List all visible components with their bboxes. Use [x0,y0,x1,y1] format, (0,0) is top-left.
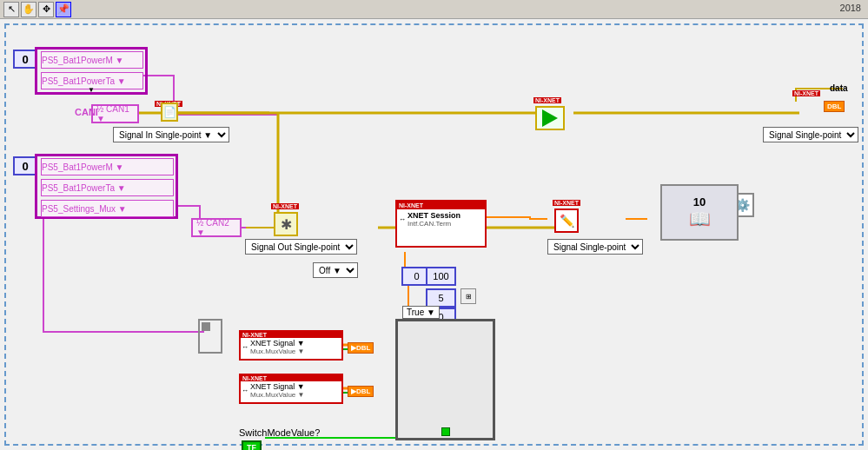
book-display-icon: 📖 [689,208,711,229]
signal-single-point-2[interactable]: Signal Single-point [763,127,858,142]
switch-mode-label: SwitchModeValue? [239,427,320,438]
signal-single-point-select-1[interactable]: Signal Single-point [547,239,643,255]
cani-label: CANI [75,107,98,117]
signal-out-dropdown[interactable]: Signal Out Single-point [245,239,357,255]
dbl-badge-top: DBL [824,101,845,112]
number-display-block: 10 📖 [660,184,739,241]
xnet-signal-content-1: ↔ XNET Signal ▼ Mux.MuxValue ▼ [241,338,341,356]
can2-block[interactable]: ½ CAN2 ▼ [191,218,242,237]
xnet-session-sublabel: Intf.CAN.Term [407,220,461,228]
ni-xnet-badge-4: NI-XNET [553,200,580,206]
top-cluster-item2[interactable]: PS5_Bat1PowerTa ▼ [42,76,126,86]
xnet-signal-header-2: NI-XNET [241,375,341,381]
dbl-badge-2: ▶DBL [348,386,374,397]
bracket-inner [202,322,210,331]
hundred-value: 100 [433,271,448,281]
can1-label: ½ CAN1 ▼ [96,104,134,123]
xnet-session-title: XNET Session [407,211,461,220]
top-zero-input[interactable]: 0 [13,50,37,69]
toolbar: ↖ ✋ ✥ 📌 2018 [0,0,868,19]
middle-cluster-item2[interactable]: PS5_Bat1PowerTa ▼ [42,183,126,193]
off-dropdown[interactable]: Off ▼ [313,262,358,278]
case-true-selector[interactable]: True ▼ [402,306,440,319]
ni-xnet-badge-2: NI-XNET [271,203,299,209]
xnet-session-content: ↔ XNET Session Intf.CAN.Term [397,209,485,229]
xnet-signal-title-2: XNET Signal ▼ [250,382,305,391]
xnet-signal-title-1: XNET Signal ▼ [250,339,305,347]
case-structure: True ▼ [395,319,495,440]
hundred-input[interactable]: 100 [426,267,456,286]
array-bracket-left [198,319,222,354]
signal-out-select[interactable]: Signal Out Single-point [245,239,357,255]
can2-label: ½ CAN2 ▼ [196,218,236,237]
ten-display: 10 [693,195,706,208]
middle-cluster-item1[interactable]: PS5_Bat1PowerM ▼ [42,162,123,172]
xnet-signal-header-1: NI-XNET [241,332,341,338]
play-button[interactable] [535,106,565,130]
xnet-signal-content-2: ↔ XNET Signal ▼ Mux.MuxValue ▼ [241,381,341,400]
signal-single-point-select-2[interactable]: Signal Single-point [763,127,858,142]
switch-mode-value[interactable]: TF [242,440,262,450]
year-label: 2018 [840,3,861,13]
middle-cluster: PS5_Bat1PowerM ▼ PS5_Bat1PowerTa ▼ PS5_S… [35,154,178,219]
xnet-signal-block-2: NI-XNET ↔ XNET Signal ▼ Mux.MuxValue ▼ [239,374,343,404]
middle-zero-input[interactable]: 0 [13,156,37,175]
can1-block[interactable]: ½ CAN1 ▼ [91,104,139,123]
signal-single-point-1[interactable]: Signal Single-point [547,239,643,255]
cluster-icon-small: ⊞ [461,288,476,304]
signal-in-dropdown[interactable]: Signal In Single-point ▼ [113,127,229,142]
case-green-terminal [441,427,450,436]
pin-icon[interactable]: 📌 [56,2,71,17]
ni-xnet-badge-3: NI-XNET [533,97,561,103]
zero-value: 0 [414,271,419,281]
xnet-session-header: NI-XNET [397,202,485,209]
hand-icon[interactable]: ✋ [21,2,36,17]
five-value: 5 [438,293,443,303]
top-cluster: PS5_Bat1PowerM ▼ PS5_Bat1PowerTa ▼ ▼ [35,47,148,95]
five-input[interactable]: 5 [426,288,456,308]
write-icon-block: ✱ [274,212,298,236]
xnet-signal-sub-2: Mux.MuxValue ▼ [250,391,305,399]
dbl-badge-1: ▶DBL [348,342,374,354]
top-cluster-item1[interactable]: PS5_Bat1PowerM ▼ [42,56,123,65]
move-icon[interactable]: ✥ [38,2,54,17]
pen-icon-block: ✏️ [554,208,579,233]
xnet-signal-sub-1: Mux.MuxValue ▼ [250,347,305,355]
pen-icon: ✏️ [560,214,574,228]
data-label: data [830,83,848,93]
off-select[interactable]: Off ▼ [313,262,358,278]
diagram-canvas: 0 PS5_Bat1PowerM ▼ PS5_Bat1PowerTa ▼ ▼ ½… [0,19,868,450]
file-icon-block: 📄 [161,103,178,122]
middle-cluster-item3[interactable]: PS5_Settings_Mux ▼ [42,204,127,214]
cursor-icon[interactable]: ↖ [3,2,19,17]
signal-in-select[interactable]: Signal In Single-point ▼ [113,127,229,142]
play-triangle-icon [542,109,558,127]
ni-xnet-badge-5: NI-XNET [792,90,820,96]
xnet-session-block: NI-XNET ↔ XNET Session Intf.CAN.Term [395,200,487,248]
xnet-signal-block-1: NI-XNET ↔ XNET Signal ▼ Mux.MuxValue ▼ [239,330,343,361]
